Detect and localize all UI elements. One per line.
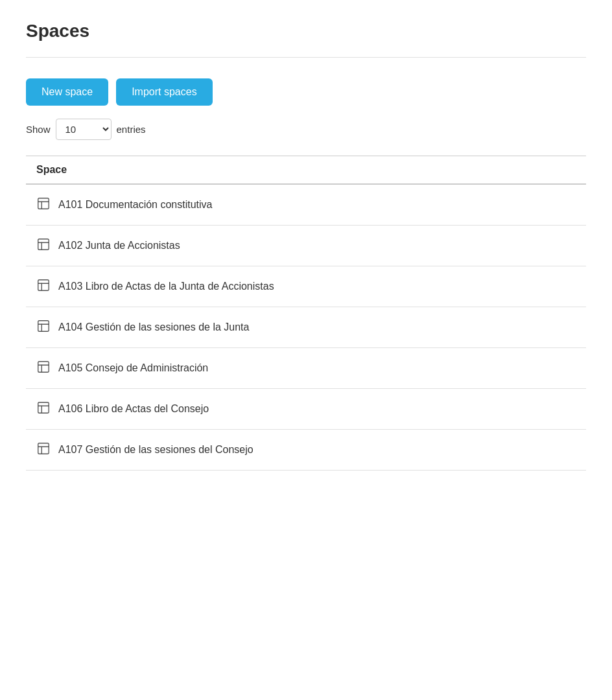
space-icon	[36, 360, 51, 377]
space-icon	[36, 441, 51, 458]
entries-select[interactable]: 102550100	[56, 119, 112, 140]
entries-suffix: entries	[117, 124, 146, 135]
show-label: Show	[26, 124, 51, 135]
space-icon	[36, 237, 51, 254]
space-name: A104 Gestión de las sesiones de la Junta	[58, 321, 249, 333]
space-name: A107 Gestión de las sesiones del Consejo	[58, 444, 253, 456]
page-container: Spaces New space Import spaces Show 1025…	[0, 0, 612, 700]
space-name: A101 Documentación constitutiva	[58, 199, 212, 211]
space-name: A105 Consejo de Administración	[58, 362, 208, 374]
space-icon	[36, 319, 51, 336]
show-entries-row: Show 102550100 entries	[26, 119, 586, 140]
svg-rect-3	[38, 239, 49, 250]
space-name: A102 Junta de Accionistas	[58, 240, 180, 251]
space-icon	[36, 401, 51, 417]
space-name: A106 Libro de Actas del Consejo	[58, 403, 209, 415]
table-row[interactable]: A106 Libro de Actas del Consejo	[26, 389, 586, 430]
title-divider	[26, 57, 586, 58]
svg-rect-9	[38, 321, 49, 332]
table-row[interactable]: A107 Gestión de las sesiones del Consejo	[26, 430, 586, 471]
page-title: Spaces	[26, 21, 586, 41]
svg-rect-0	[38, 198, 49, 209]
toolbar: New space Import spaces	[26, 78, 586, 106]
svg-rect-6	[38, 280, 49, 291]
svg-rect-15	[38, 402, 49, 414]
spaces-table: Space A101 Documentación constitutiva A1…	[26, 156, 586, 471]
table-row[interactable]: A104 Gestión de las sesiones de la Junta	[26, 307, 586, 348]
import-spaces-button[interactable]: Import spaces	[116, 78, 212, 106]
svg-rect-12	[38, 362, 49, 373]
svg-rect-18	[38, 443, 49, 454]
table-header-label: Space	[36, 164, 67, 175]
space-name: A103 Libro de Actas de la Junta de Accio…	[58, 281, 274, 292]
new-space-button[interactable]: New space	[26, 78, 108, 106]
table-header: Space	[26, 156, 586, 185]
space-icon	[36, 196, 51, 213]
table-row[interactable]: A105 Consejo de Administración	[26, 348, 586, 389]
table-row[interactable]: A102 Junta de Accionistas	[26, 226, 586, 266]
table-row[interactable]: A103 Libro de Actas de la Junta de Accio…	[26, 266, 586, 307]
table-row[interactable]: A101 Documentación constitutiva	[26, 185, 586, 226]
space-icon	[36, 278, 51, 295]
table-body: A101 Documentación constitutiva A102 Jun…	[26, 185, 586, 471]
